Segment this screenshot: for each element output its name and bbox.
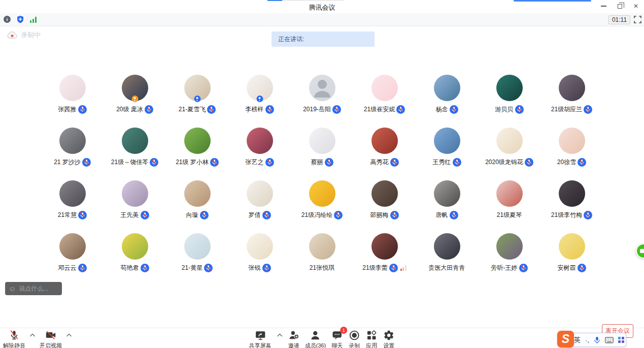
participant-tile[interactable]: 21-夏雪飞 — [166, 75, 228, 128]
floating-assistant-button[interactable] — [636, 243, 644, 259]
participant-tile[interactable]: 21级李竹梅 — [540, 180, 603, 233]
ime-menu-icon[interactable] — [618, 337, 624, 343]
participant-tile[interactable]: 邓云云 — [41, 233, 104, 286]
participant-tile[interactable]: 邵丽梅 — [353, 180, 416, 233]
participant-tile[interactable]: 王秀红 — [416, 128, 478, 180]
members-label: 成员(36) — [305, 342, 326, 348]
participant-tile[interactable]: 21 罗沙沙 — [41, 128, 104, 180]
participant-tile[interactable]: 旁听-王婷 — [478, 233, 540, 286]
start-video-button[interactable]: 开启视频 — [40, 330, 62, 348]
participant-avatar — [559, 233, 585, 260]
participant-muted-mic-icon — [145, 105, 153, 114]
mic-options-chevron[interactable] — [29, 333, 36, 338]
share-options-chevron[interactable] — [277, 333, 283, 338]
quick-chat-input[interactable]: ☺ 说点什么... — [5, 282, 62, 295]
record-button[interactable]: 录制 — [348, 330, 360, 348]
participant-tile[interactable]: 21级冯绘绘 — [291, 180, 353, 233]
participant-tile[interactable]: 唐帆 — [416, 180, 478, 233]
participant-tile[interactable]: 21级～饶佳芩 — [104, 128, 166, 180]
participant-muted-mic-icon — [519, 264, 528, 272]
participant-tile[interactable]: 张艺之 — [228, 128, 291, 180]
participant-name: 邵丽梅 — [370, 211, 389, 219]
participant-name: 蔡丽 — [311, 158, 323, 167]
participant-name: 张茜雅 — [58, 105, 77, 114]
participant-tile[interactable]: 王先美 — [104, 180, 166, 233]
participant-tile[interactable]: 21级 罗小林 — [166, 128, 228, 180]
participant-tile[interactable]: 2020级龙锦花 — [478, 128, 540, 180]
participant-avatar — [59, 233, 86, 260]
ime-keyboard-icon[interactable] — [605, 337, 614, 343]
record-icon — [348, 330, 360, 341]
participant-name: 20徐雪 — [557, 158, 576, 167]
participant-tile[interactable]: 高秀花 — [353, 128, 416, 180]
participant-muted-mic-icon — [390, 211, 399, 219]
close-button[interactable]: ✕ — [632, 2, 640, 10]
ime-punctuation-toggle[interactable]: ·, — [585, 336, 589, 344]
speaking-label: 正在讲话: — [278, 35, 304, 44]
participant-name: 21级崔安妮 — [364, 105, 395, 114]
ime-voice-icon[interactable] — [594, 336, 600, 344]
minimize-button[interactable] — [599, 2, 607, 10]
participant-muted-mic-icon — [450, 105, 458, 114]
invite-button[interactable]: 邀请 — [288, 330, 300, 348]
background-tab-strip — [267, 0, 282, 1]
participant-tile[interactable]: 21级胡应兰 — [540, 75, 603, 128]
fullscreen-icon[interactable] — [634, 16, 641, 23]
participant-tile[interactable]: 21张悦琪 — [291, 233, 353, 286]
settings-button[interactable]: 设置 — [383, 330, 395, 348]
participant-tile[interactable]: 张茜雅 — [41, 75, 104, 128]
participant-tile[interactable]: 21常慧 — [41, 180, 104, 233]
meeting-info-icon[interactable]: i — [4, 16, 11, 23]
participant-avatar — [184, 128, 211, 154]
participant-tile[interactable]: 张锐 — [228, 233, 291, 286]
participant-tile[interactable]: 21-黄星 — [166, 233, 228, 286]
participant-tile[interactable]: 21级崔安妮 — [353, 75, 416, 128]
participant-muted-mic-icon — [82, 158, 91, 167]
participant-tile[interactable]: 蔡丽 — [291, 128, 353, 180]
participant-muted-mic-icon — [578, 158, 586, 167]
participant-muted-mic-icon — [325, 158, 333, 167]
unmute-button[interactable]: 解除静音 — [3, 330, 25, 348]
participant-name: 21级李蕾 — [362, 264, 387, 272]
restore-button[interactable] — [616, 2, 624, 10]
participant-name: 21-夏雪飞 — [179, 105, 206, 114]
participant-avatar — [59, 180, 86, 207]
apps-button[interactable]: 应用 — [365, 330, 378, 348]
ime-toolbar[interactable]: 英 ·, — [566, 333, 626, 347]
participant-avatar — [247, 75, 273, 101]
ime-language-toggle[interactable]: 英 — [574, 335, 581, 344]
members-button[interactable]: 成员(36) — [305, 330, 326, 348]
participant-avatar — [371, 233, 398, 260]
participant-tile[interactable]: 21级夏琴 — [478, 180, 540, 233]
participant-name: 唐帆 — [436, 211, 448, 219]
participant-tile[interactable]: 21级李蕾 — [353, 233, 416, 286]
network-quality-icon[interactable] — [30, 16, 37, 23]
participant-tile[interactable]: 20徐雪 — [540, 128, 603, 180]
participant-name: 苟艳君 — [121, 264, 139, 272]
participant-name: 21级冯绘绘 — [301, 211, 332, 219]
emoji-icon[interactable]: ☺ — [9, 285, 16, 292]
participant-name: 罗倩 — [249, 211, 261, 219]
chat-button[interactable]: 1 聊天 — [331, 330, 343, 348]
ime-sogou-logo[interactable]: S — [557, 331, 574, 347]
participant-tile[interactable]: 贵医大田青青 — [416, 233, 478, 286]
participant-tile[interactable]: 李榜样 — [228, 75, 291, 128]
share-screen-button[interactable]: 共享屏幕 — [249, 330, 272, 348]
participant-name: 旁听-王婷 — [491, 264, 518, 272]
participant-tile[interactable]: 游贝贝 — [478, 75, 540, 128]
participant-muted-mic-icon — [334, 211, 343, 219]
participant-tile[interactable]: 安树霞 — [540, 233, 603, 286]
participant-tile[interactable]: 苟艳君 — [104, 233, 166, 286]
participant-tile[interactable]: 向璇 — [166, 180, 228, 233]
participant-name: 贵医大田青青 — [429, 264, 465, 272]
video-options-chevron[interactable] — [66, 333, 72, 338]
participant-tile[interactable]: 2019-岳阳 — [291, 75, 353, 128]
participant-tile[interactable]: 20级 庞冰 — [104, 75, 166, 128]
participant-muted-mic-icon — [78, 264, 87, 272]
security-shield-icon[interactable] — [16, 15, 24, 23]
participant-tile[interactable]: 杨念 — [416, 75, 478, 128]
chat-label: 聊天 — [331, 342, 343, 348]
participant-tile[interactable]: 罗倩 — [228, 180, 291, 233]
participant-muted-mic-icon — [141, 211, 149, 219]
participant-name: 游贝贝 — [495, 105, 514, 114]
